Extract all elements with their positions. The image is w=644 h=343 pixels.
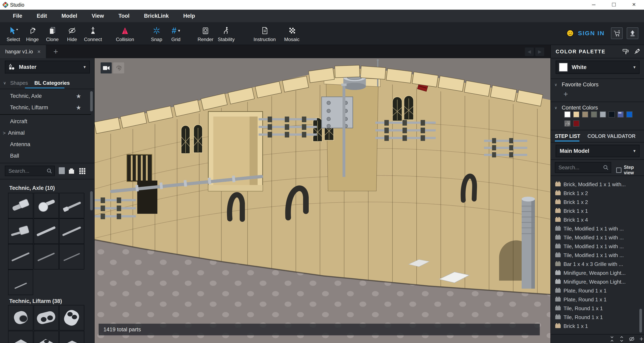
step-item[interactable]: Minifigure, Weapon Light...	[551, 278, 639, 286]
add-step-icon[interactable]: +	[638, 334, 644, 343]
expand-chevron-icon[interactable]: >	[3, 130, 6, 136]
favorite-star-icon[interactable]: ★	[76, 104, 81, 111]
upload-button[interactable]	[627, 28, 638, 39]
tool-grid[interactable]: # ▾ Grid	[168, 25, 184, 42]
tab-shapes[interactable]: Shapes	[10, 80, 28, 86]
menu-view[interactable]: View	[84, 13, 111, 19]
content-color-blue[interactable]	[626, 111, 632, 118]
color-filter-icon[interactable]	[59, 167, 65, 174]
tab-close-icon[interactable]: ×	[38, 48, 41, 55]
menu-tool[interactable]: Tool	[111, 13, 137, 19]
selected-color-dropdown[interactable]: White ▾	[556, 60, 640, 74]
step-item[interactable]: Tile, Round 1 x 1	[551, 313, 639, 322]
tab-color-validator[interactable]: COLOR VALIDATOR	[588, 133, 636, 139]
tab-next-icon[interactable]: ▶	[535, 48, 544, 56]
collapse-chevron-icon[interactable]: ∨	[3, 80, 6, 85]
part-thumbnail[interactable]	[8, 244, 33, 270]
hidden-eye-icon[interactable]	[628, 336, 635, 342]
part-thumbnail[interactable]	[34, 305, 59, 330]
part-thumbnail[interactable]	[34, 193, 59, 218]
tab-bl-categories[interactable]: BL Categories	[34, 80, 70, 86]
content-color-speckle[interactable]	[564, 120, 570, 126]
collapse-all-icon[interactable]	[609, 336, 615, 342]
step-item[interactable]: Plate, Round 1 x 1	[551, 286, 639, 295]
step-search-input[interactable]: Search...	[555, 162, 611, 173]
tool-snap[interactable]: Snap	[147, 25, 166, 42]
content-color-light-bluish-gray[interactable]	[600, 111, 606, 118]
content-color-olive-gray[interactable]	[591, 111, 597, 118]
step-item[interactable]: Plate, Round 1 x 1	[551, 295, 639, 304]
tab-prev-icon[interactable]: ◀	[525, 48, 534, 56]
step-item[interactable]: Brick 1 x 2	[551, 198, 639, 206]
part-thumbnail[interactable]	[59, 331, 84, 343]
part-thumbnail[interactable]	[8, 305, 33, 330]
part-thumbnail[interactable]	[8, 270, 33, 295]
tool-select[interactable]: Select	[4, 25, 23, 42]
expand-all-icon[interactable]	[618, 336, 625, 342]
viewport-3d[interactable]: 1419 total parts	[94, 58, 550, 343]
step-item[interactable]: Bar 1 x 4 x 3 Grille with ...	[551, 260, 639, 268]
parts-search-input[interactable]: Search...	[5, 166, 55, 176]
content-colors-section[interactable]: ∨ Content Colors	[551, 104, 644, 112]
menu-edit[interactable]: Edit	[30, 13, 54, 19]
sign-in-button[interactable]: SIGN IN	[566, 29, 605, 38]
content-color-dark-tan[interactable]	[582, 111, 588, 118]
parts-scrollbar[interactable]	[90, 191, 93, 210]
tool-clone[interactable]: Clone	[43, 25, 62, 42]
step-item[interactable]: Minifigure, Weapon Light...	[551, 268, 639, 278]
camera-button[interactable]	[100, 62, 112, 74]
part-thumbnail[interactable]	[34, 244, 59, 270]
category-scrollbar[interactable]	[90, 91, 93, 111]
tool-hide[interactable]: Hide	[64, 25, 80, 42]
new-tab-button[interactable]: +	[51, 47, 61, 57]
menu-help[interactable]: Help	[176, 13, 202, 19]
tool-collision[interactable]: Collision	[112, 25, 138, 42]
category-technic-liftarm[interactable]: Technic, Liftarm ★	[0, 102, 91, 113]
tool-connect[interactable]: Connect	[81, 25, 105, 42]
model-selector-dropdown[interactable]: Master ▾	[5, 60, 90, 74]
content-color-medium-blue-violet[interactable]	[618, 111, 624, 118]
category-technic-axle[interactable]: Technic, Axle ★	[0, 90, 91, 102]
step-item[interactable]: Brick, Modified 1 x 1 with...	[551, 180, 639, 189]
grid-view-icon[interactable]	[79, 168, 86, 174]
menu-file[interactable]: File	[6, 13, 30, 19]
favorite-colors-section[interactable]: ∨ Favorite Colors	[551, 80, 644, 88]
part-thumbnail[interactable]	[59, 218, 84, 244]
minimize-button[interactable]: –	[587, 0, 601, 9]
rotation-lock-button[interactable]	[113, 62, 124, 74]
step-item[interactable]: Tile, Modified 1 x 1 with ...	[551, 233, 639, 242]
add-favorite-color-button[interactable]: +	[561, 90, 570, 98]
cart-button[interactable]	[611, 28, 623, 39]
part-thumbnail[interactable]	[59, 193, 84, 218]
part-thumbnail[interactable]	[34, 331, 59, 343]
close-button[interactable]: ×	[627, 0, 641, 9]
step-view-checkbox[interactable]	[616, 168, 622, 173]
step-item[interactable]: Tile, Modified 1 x 1 with ...	[551, 224, 639, 233]
menu-model[interactable]: Model	[54, 13, 84, 19]
tool-mosaic[interactable]: Mosaic	[281, 25, 302, 42]
part-thumbnail[interactable]	[8, 331, 33, 343]
category-animal[interactable]: > Animal	[0, 127, 91, 139]
tab-hangar-v1[interactable]: hangar v1.io ×	[0, 45, 46, 58]
content-color-black[interactable]	[608, 111, 615, 118]
content-color-tan[interactable]	[573, 111, 580, 118]
category-antenna[interactable]: Antenna	[0, 139, 91, 150]
tool-hinge[interactable]: Hinge	[23, 25, 42, 42]
step-item[interactable]: Brick 1 x 1	[551, 206, 639, 216]
paint-roller-icon[interactable]	[622, 48, 629, 55]
part-thumbnail[interactable]	[8, 218, 33, 244]
tool-instruction[interactable]: Instruction	[250, 25, 280, 42]
category-ball[interactable]: Ball	[0, 150, 91, 162]
maximize-button[interactable]: □	[607, 0, 621, 9]
step-item[interactable]: Tile, Modified 1 x 1 with ...	[551, 242, 639, 251]
step-item[interactable]: Brick 1 x 2	[551, 189, 639, 198]
part-thumbnail[interactable]	[59, 305, 84, 330]
step-list-scrollbar[interactable]	[639, 309, 642, 332]
step-model-dropdown[interactable]: Main Model ▾	[556, 145, 640, 157]
step-item[interactable]: Brick 1 x 1	[551, 322, 639, 330]
step-item[interactable]: Tile, Round 1 x 1	[551, 304, 639, 313]
content-color-white[interactable]	[564, 111, 570, 118]
step-view-toggle[interactable]: Step view	[616, 165, 644, 176]
category-aircraft[interactable]: Aircraft	[0, 116, 91, 127]
tab-step-list[interactable]: STEP LIST	[555, 133, 580, 139]
